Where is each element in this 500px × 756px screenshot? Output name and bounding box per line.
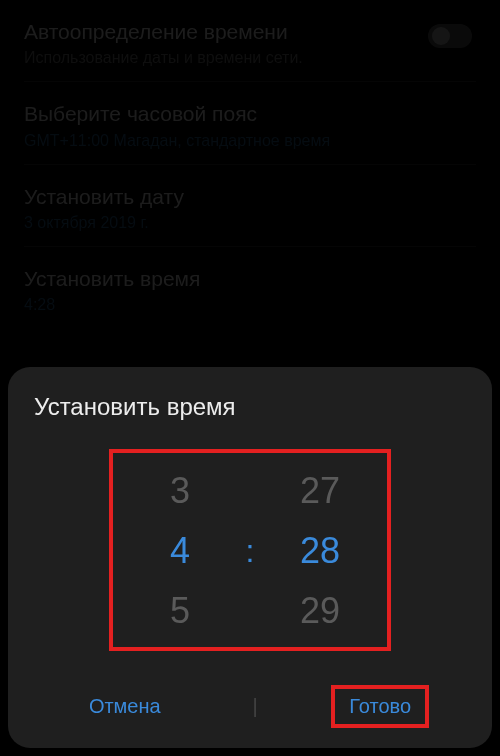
time-separator: : xyxy=(225,533,275,570)
picker-row-next[interactable]: 5 29 xyxy=(131,581,369,641)
setting-title: Установить время xyxy=(24,265,476,292)
done-button[interactable]: Готово xyxy=(331,685,429,728)
minute-next[interactable]: 29 xyxy=(275,590,365,632)
setting-subtitle: GMT+11:00 Магадан, стандартное время xyxy=(24,132,476,150)
setting-auto-time: Автоопределение времени Использование да… xyxy=(24,0,476,82)
setting-timezone: Выберите часовой пояс GMT+11:00 Магадан,… xyxy=(24,82,476,164)
cancel-button[interactable]: Отмена xyxy=(71,685,179,728)
minute-prev[interactable]: 27 xyxy=(275,470,365,512)
time-picker-highlight: 3 27 4 : 28 5 29 xyxy=(109,449,391,651)
time-picker-dialog: Установить время 3 27 4 : 28 5 29 Отмена… xyxy=(8,367,492,748)
setting-subtitle: 3 октября 2019 г. xyxy=(24,214,476,232)
picker-row-active[interactable]: 4 : 28 xyxy=(131,521,369,581)
setting-title: Выберите часовой пояс xyxy=(24,100,476,127)
action-divider: | xyxy=(252,695,257,718)
setting-subtitle: Использование даты и времени сети. xyxy=(24,49,476,67)
minute-selected[interactable]: 28 xyxy=(275,530,365,572)
dialog-title: Установить время xyxy=(34,393,466,421)
picker-row-prev[interactable]: 3 27 xyxy=(131,461,369,521)
toggle-knob xyxy=(432,27,450,45)
settings-list-background: Автоопределение времени Использование да… xyxy=(0,0,500,328)
setting-time: Установить время 4:28 xyxy=(24,247,476,328)
hour-prev[interactable]: 3 xyxy=(135,470,225,512)
setting-title: Установить дату xyxy=(24,183,476,210)
setting-subtitle: 4:28 xyxy=(24,296,476,314)
dialog-actions: Отмена | Готово xyxy=(34,679,466,728)
setting-date: Установить дату 3 октября 2019 г. xyxy=(24,165,476,247)
hour-selected[interactable]: 4 xyxy=(135,530,225,572)
setting-title: Автоопределение времени xyxy=(24,18,476,45)
auto-time-toggle xyxy=(428,24,472,48)
hour-next[interactable]: 5 xyxy=(135,590,225,632)
